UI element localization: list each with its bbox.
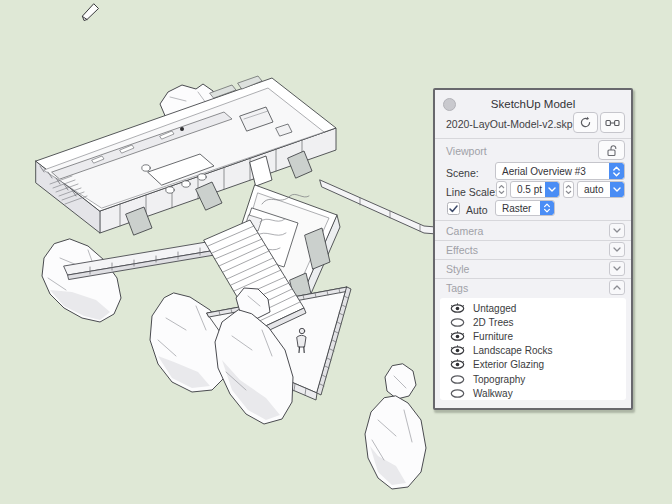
chevron-down-icon: [545, 182, 559, 197]
chevron-down-icon[interactable]: [609, 242, 625, 257]
chevron-up-icon[interactable]: [609, 280, 625, 295]
section-effects[interactable]: Effects: [435, 241, 631, 259]
auto-render-checkbox[interactable]: [447, 202, 460, 215]
render-mode-dropdown[interactable]: Raster: [495, 200, 555, 216]
tag-label: Landscape Rocks: [473, 345, 553, 356]
chevron-down-icon[interactable]: [609, 261, 625, 276]
updown-stepper-icon: [540, 201, 554, 215]
section-style-label: Style: [446, 263, 469, 275]
eye-visibility-icon[interactable]: [449, 331, 466, 342]
tag-label: Furniture: [473, 331, 513, 342]
auto-label: Auto: [466, 204, 488, 216]
model-filename: 2020-LayOut-Model-v2.skp: [446, 118, 573, 130]
line-scale-mode-dropdown[interactable]: auto: [577, 181, 625, 198]
tag-row: 2D Trees: [440, 315, 626, 329]
section-style[interactable]: Style: [435, 260, 631, 278]
tag-row: Topography: [440, 372, 626, 386]
line-scale-stepper[interactable]: [496, 181, 507, 198]
section-tags-label: Tags: [446, 282, 468, 294]
refresh-icon: [579, 116, 592, 129]
update-reference-button[interactable]: [573, 112, 598, 133]
section-camera[interactable]: Camera: [435, 221, 631, 240]
line-scale-mode-value: auto: [578, 184, 610, 195]
eye-visibility-icon[interactable]: [449, 388, 466, 399]
line-scale-label: Line Scale:: [446, 186, 498, 198]
section-tags[interactable]: Tags: [435, 279, 631, 297]
section-camera-label: Camera: [446, 225, 483, 237]
scene-label: Scene:: [446, 167, 479, 179]
chevron-down-icon: [610, 182, 624, 197]
tag-label: Topography: [473, 374, 525, 385]
checkmark-icon: [449, 205, 458, 213]
scene-dropdown[interactable]: Aerial Overview #3: [495, 162, 625, 180]
tag-row: Untagged: [440, 301, 626, 315]
tag-label: 2D Trees: [473, 317, 514, 328]
link-icon: [605, 118, 620, 128]
unlock-icon: [606, 144, 618, 157]
tag-label: Exterior Glazing: [473, 359, 544, 370]
viewport-section-label: Viewport: [446, 145, 487, 157]
tags-list: Untagged 2D Trees Furniture Landscape Ro…: [440, 298, 626, 400]
line-scale-value: 0.5 pt: [511, 184, 545, 195]
section-effects-label: Effects: [446, 244, 478, 256]
lock-viewport-button[interactable]: [598, 140, 625, 160]
tag-row: Walkway: [440, 386, 626, 400]
tag-label: Walkway: [473, 388, 513, 399]
render-mode-value: Raster: [496, 203, 540, 214]
eye-visibility-icon[interactable]: [449, 374, 466, 385]
tag-row: Furniture: [440, 329, 626, 343]
sketchup-model-panel: SketchUp Model 2020-LayOut-Model-v2.skp …: [433, 88, 633, 410]
pencil-cursor-icon: [83, 4, 99, 21]
panel-title: SketchUp Model: [435, 98, 631, 110]
tag-label: Untagged: [473, 303, 516, 314]
eye-visibility-icon[interactable]: [449, 303, 466, 314]
eye-visibility-icon[interactable]: [449, 345, 466, 356]
landscape-rock: [365, 364, 426, 489]
tag-row: Landscape Rocks: [440, 344, 626, 358]
eye-visibility-icon[interactable]: [449, 317, 466, 328]
tag-row: Exterior Glazing: [440, 358, 626, 372]
updown-stepper-icon: [609, 163, 624, 179]
eye-visibility-icon[interactable]: [449, 359, 466, 370]
line-scale-mode-stepper[interactable]: [563, 181, 574, 198]
chevron-down-icon[interactable]: [609, 223, 625, 238]
scene-value: Aerial Overview #3: [496, 166, 609, 177]
line-scale-dropdown[interactable]: 0.5 pt: [510, 181, 560, 198]
link-reference-button[interactable]: [600, 112, 625, 133]
